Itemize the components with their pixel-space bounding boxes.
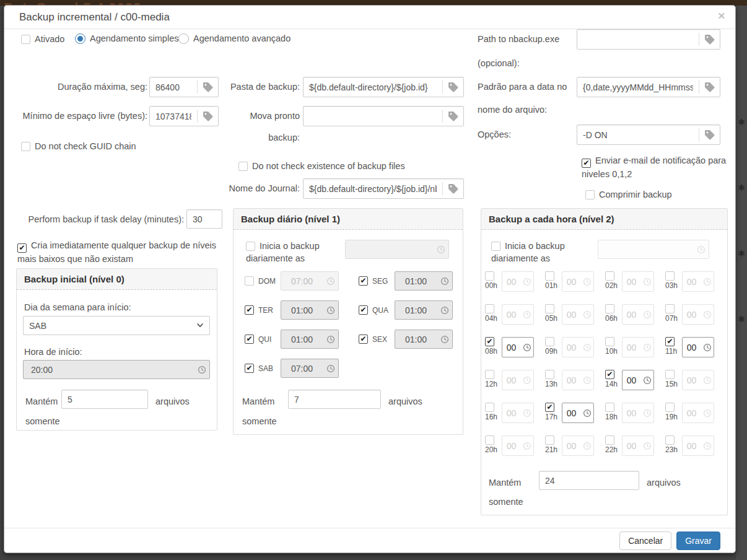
opcoes-tag-button[interactable] [699, 125, 720, 144]
email-notif-checkbox[interactable]: ✔ [582, 159, 591, 168]
cria-checkbox-row[interactable]: ✔Cria imediatamente qualquer backup de n… [17, 239, 231, 265]
radio-simples-icon[interactable] [75, 33, 85, 44]
day-checkbox[interactable]: ✔ [245, 335, 254, 344]
save-button[interactable]: Gravar [676, 532, 720, 550]
hour-checkbox[interactable] [545, 370, 554, 379]
journal-input[interactable] [304, 179, 442, 198]
padrao-data-tag-button[interactable] [699, 77, 720, 97]
keep-count-input[interactable] [539, 471, 639, 490]
hour-time-input[interactable]: 00 [622, 403, 654, 423]
hour-checkbox[interactable]: ✔ [605, 370, 614, 379]
hourly-start-checkbox[interactable] [491, 242, 500, 251]
day-time-input[interactable]: 07:00 [281, 359, 339, 378]
minimo-espaco-input[interactable] [150, 107, 197, 126]
hour-checkbox[interactable] [605, 435, 614, 445]
hour-checkbox[interactable] [665, 370, 675, 379]
existence-checkbox[interactable] [238, 162, 248, 171]
journal-tag-button[interactable] [443, 179, 463, 198]
hour-time-input[interactable]: 00 [622, 337, 654, 357]
path-nbackup-tag-button[interactable] [699, 30, 720, 49]
daily-start-time-input[interactable] [345, 240, 449, 259]
comprimir-checkbox[interactable] [585, 190, 595, 199]
hour-checkbox[interactable] [545, 304, 554, 313]
hour-time-input[interactable]: 00 [502, 271, 534, 292]
path-nbackup-input[interactable] [577, 30, 699, 49]
radio-agendamento-avancado[interactable]: Agendamento avançado [178, 33, 290, 44]
hour-checkbox[interactable]: ✔ [665, 337, 675, 346]
day-checkbox[interactable] [245, 276, 254, 286]
start-hour-input[interactable]: 20:00 [23, 360, 210, 379]
close-icon[interactable]: ✕ [717, 11, 725, 22]
hour-time-input[interactable]: 00 [502, 403, 534, 423]
hour-time-input[interactable]: 00 [622, 370, 654, 390]
hour-time-input[interactable]: 00 [562, 304, 594, 325]
hour-checkbox[interactable] [605, 337, 614, 346]
opcoes-input[interactable] [577, 125, 699, 144]
hour-checkbox[interactable] [665, 435, 675, 445]
hour-checkbox[interactable]: ✔ [485, 337, 494, 346]
day-checkbox[interactable]: ✔ [359, 276, 368, 286]
hour-time-input[interactable]: 00 [682, 304, 714, 325]
guid-chain-checkbox-row[interactable]: Do not check GUID chain [21, 141, 136, 151]
cancel-button[interactable]: Cancelar [619, 532, 671, 550]
ativado-checkbox[interactable] [21, 35, 30, 44]
keep-count-input[interactable] [61, 390, 148, 409]
hour-time-input[interactable]: 00 [622, 304, 654, 325]
hour-time-input[interactable]: 00 [562, 337, 594, 357]
day-time-input[interactable]: 07:00 [281, 271, 339, 291]
task-delay-input[interactable] [186, 209, 222, 229]
hour-checkbox[interactable] [605, 271, 614, 281]
hour-time-input[interactable]: 00 [622, 271, 654, 292]
hourly-start-checkbox-row[interactable]: Inicia o backup diariamente as [491, 240, 584, 265]
hour-time-input[interactable]: 00 [502, 337, 534, 357]
hour-time-input[interactable]: 00 [682, 271, 714, 292]
hourly-start-time-input[interactable] [598, 240, 709, 259]
hour-checkbox[interactable] [485, 271, 494, 281]
hour-checkbox[interactable] [545, 435, 554, 445]
existence-checkbox-row[interactable]: Do not check existence of backup files [238, 161, 405, 171]
day-time-input[interactable]: 01:00 [281, 330, 339, 349]
hour-time-input[interactable]: 00 [682, 370, 714, 390]
hour-checkbox[interactable] [665, 304, 675, 313]
day-checkbox[interactable]: ✔ [245, 364, 254, 373]
day-time-input[interactable]: 01:00 [395, 330, 453, 349]
hour-checkbox[interactable]: ✔ [545, 403, 554, 412]
hour-checkbox[interactable] [545, 271, 554, 281]
duracao-input[interactable] [150, 77, 197, 97]
hour-time-input[interactable]: 00 [502, 435, 534, 456]
daily-start-checkbox-row[interactable]: Inicia o backup diariamente as [246, 240, 339, 265]
hour-time-input[interactable]: 00 [562, 271, 594, 292]
pasta-backup-input[interactable] [304, 77, 442, 97]
daily-start-checkbox[interactable] [246, 242, 255, 251]
radio-agendamento-simples[interactable]: Agendamento simples [75, 33, 178, 44]
mova-pronto-tag-button[interactable] [443, 107, 463, 126]
day-checkbox[interactable]: ✔ [359, 305, 368, 315]
hour-checkbox[interactable] [485, 304, 494, 313]
hour-checkbox[interactable] [605, 304, 614, 313]
hour-checkbox[interactable] [665, 271, 675, 281]
comprimir-checkbox-row[interactable]: Comprimir backup [585, 190, 672, 199]
hour-checkbox[interactable] [545, 337, 554, 346]
hour-time-input[interactable]: 00 [622, 435, 654, 456]
radio-avancado-icon[interactable] [178, 33, 189, 44]
hour-time-input[interactable]: 00 [682, 435, 714, 456]
hour-checkbox[interactable] [485, 435, 494, 445]
hour-time-input[interactable]: 00 [682, 337, 714, 357]
day-checkbox[interactable]: ✔ [245, 305, 254, 315]
hour-checkbox[interactable] [665, 403, 675, 412]
cria-checkbox[interactable]: ✔ [17, 243, 27, 253]
day-time-input[interactable]: 01:00 [281, 300, 339, 320]
hour-time-input[interactable]: 00 [562, 403, 594, 423]
email-notif-checkbox-row[interactable]: ✔Enviar e-mail de notificação para nivel… [582, 154, 727, 180]
weekday-select[interactable]: SAB [23, 316, 210, 335]
mova-pronto-input[interactable] [304, 107, 442, 126]
hour-time-input[interactable]: 00 [562, 370, 594, 390]
pasta-backup-tag-button[interactable] [443, 77, 463, 97]
hour-checkbox[interactable] [485, 403, 494, 412]
hour-time-input[interactable]: 00 [682, 403, 714, 423]
hour-checkbox[interactable] [485, 370, 494, 379]
ativado-checkbox-row[interactable]: Ativado [21, 34, 64, 44]
padrao-data-input[interactable] [577, 77, 699, 97]
day-checkbox[interactable]: ✔ [359, 335, 368, 344]
hour-checkbox[interactable] [605, 403, 614, 412]
